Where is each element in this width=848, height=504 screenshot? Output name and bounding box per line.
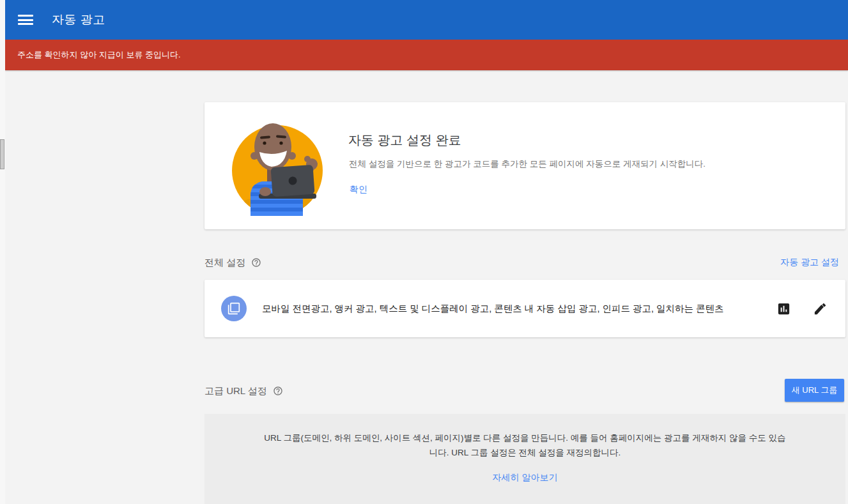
advanced-url-settings-row: 고급 URL 설정 — [204, 380, 845, 402]
app-header: 자동 광고 — [5, 0, 848, 40]
alert-message: 주소를 확인하지 않아 지급이 보류 중입니다. — [17, 49, 181, 61]
pencil-icon[interactable] — [812, 301, 828, 316]
menu-icon[interactable] — [18, 14, 33, 26]
url-groups-panel: URL 그룹(도메인, 하위 도메인, 사이트 섹션, 페이지)별로 다른 설정… — [204, 414, 845, 504]
scrollbar-thumb[interactable] — [0, 139, 4, 169]
global-settings-row: 전체 설정 자동 광고 설정 — [204, 254, 845, 271]
new-url-group-button[interactable]: 새 URL 그룹 — [785, 379, 844, 402]
url-groups-description: URL 그룹(도메인, 하위 도메인, 사이트 섹션, 페이지)별로 다른 설정… — [263, 431, 787, 461]
completion-description: 전체 설정을 기반으로 한 광고가 코드를 추가한 모든 페이지에 자동으로 게… — [349, 158, 705, 170]
ad-formats-list: 모바일 전면광고, 앵커 광고, 텍스트 및 디스플레이 광고, 콘텐츠 내 자… — [262, 303, 776, 315]
person-with-laptop-illustration — [231, 102, 323, 216]
payment-hold-alert: 주소를 확인하지 않아 지급이 보류 중입니다. — [5, 40, 848, 70]
page-title: 자동 광고 — [52, 11, 105, 28]
auto-ads-settings-link[interactable]: 자동 광고 설정 — [780, 257, 839, 268]
help-circle-icon[interactable] — [251, 257, 261, 268]
confirm-link[interactable]: 확인 — [350, 184, 367, 195]
advanced-url-settings-label: 고급 URL 설정 — [204, 385, 267, 397]
bar-chart-icon[interactable] — [776, 301, 791, 316]
layered-pages-icon — [221, 296, 247, 321]
learn-more-link[interactable]: 자세히 알아보기 — [493, 472, 558, 484]
global-settings-label: 전체 설정 — [204, 257, 245, 269]
auto-ads-page: 자동 광고 주소를 확인하지 않아 지급이 보류 중입니다. — [0, 0, 848, 504]
help-circle-icon[interactable] — [273, 386, 283, 396]
completion-card: 자동 광고 설정 완료 전체 설정을 기반으로 한 광고가 코드를 추가한 모든… — [204, 102, 845, 229]
vertical-scrollbar[interactable] — [0, 0, 5, 504]
ad-formats-card: 모바일 전면광고, 앵커 광고, 텍스트 및 디스플레이 광고, 콘텐츠 내 자… — [204, 280, 845, 337]
completion-title: 자동 광고 설정 완료 — [348, 132, 461, 149]
